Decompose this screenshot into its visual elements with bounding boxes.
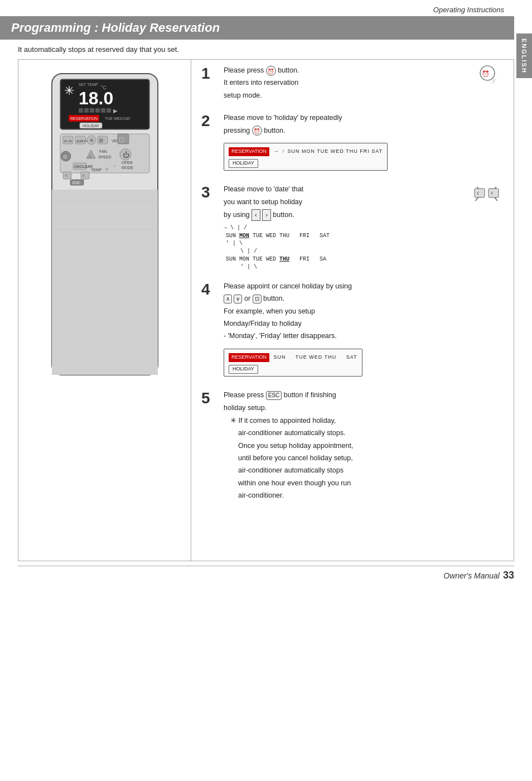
svg-text:TUE WED: TUE WED (105, 117, 123, 120)
svg-text:18.0: 18.0 (79, 88, 113, 108)
right-panel: 1 Please press ⏰ button. ⏰ ☞ It enters i… (191, 60, 514, 561)
svg-text:✳: ✳ (89, 137, 94, 143)
svg-rect-60 (475, 189, 485, 197)
step-5-content: Please press ESC button if finishing hol… (224, 390, 504, 503)
svg-rect-62 (489, 189, 499, 197)
step-4-number: 4 (201, 281, 218, 298)
down-arrow-icon: ∨ (234, 295, 242, 303)
footer-text: Owner's Manual (443, 571, 500, 580)
step-5: 5 Please press ESC button if finishing h… (201, 390, 504, 503)
page-footer: Owner's Manual 33 (18, 566, 514, 585)
up-arrow-icon: ∧ (224, 295, 232, 303)
step-4: 4 Please appoint or cancel holiday by us… (201, 281, 504, 380)
esc-icon: ESC (266, 391, 282, 400)
svg-rect-48 (63, 172, 71, 179)
step-1-number: 1 (201, 65, 218, 83)
svg-text:⊙: ⊙ (63, 154, 67, 160)
svg-text:›: › (491, 189, 493, 197)
svg-text:TEMP: TEMP (91, 168, 102, 172)
svg-text:SAT: SAT (123, 117, 131, 120)
svg-text:°C: °C (101, 85, 107, 90)
subtitle: It automatically stops at reserved day t… (0, 40, 532, 59)
svg-text:OPER: OPER (122, 161, 133, 165)
step1-clock-icon: ⏰ (266, 66, 276, 76)
svg-text:‹: ‹ (65, 172, 67, 179)
svg-line-67 (495, 197, 497, 201)
main-content: ✳ SET TEMP 18.0 °C ▶ RESERVATION TUE WED… (18, 59, 514, 561)
step3-arrow-icon: ‹ › (474, 184, 501, 208)
page-header: Operating Instructions (0, 0, 532, 16)
step-1: 1 Please press ⏰ button. ⏰ ☞ It enters i… (201, 65, 504, 103)
svg-rect-7 (84, 108, 89, 113)
remote-illustration: ✳ SET TEMP 18.0 °C ▶ RESERVATION TUE WED… (35, 68, 175, 380)
right-arrow-btn: › (262, 209, 271, 221)
step-4-content: Please appoint or cancel holiday by usin… (224, 281, 504, 380)
press-hand-icon: ⏰ ☞ (477, 65, 498, 86)
svg-rect-10 (101, 108, 105, 113)
step5-note: ✳ If it comes to appointed holiday, air-… (224, 416, 504, 502)
svg-text:○: ○ (113, 164, 115, 168)
step-2-content: Please move to 'holiday' by repeatedly p… (224, 113, 504, 174)
svg-text:SET TEMP: SET TEMP (79, 83, 98, 86)
step-3-content: Please move to 'date' that ‹ › (224, 184, 504, 271)
step2-display: RESERVATION → ↗ SUN MON TUE WED THU FRI … (224, 139, 504, 174)
svg-text:✳: ✳ (64, 84, 74, 98)
step2-clock-icon: ⏰ (252, 126, 262, 136)
step-3: 3 Please move to 'date' that ‹ › (201, 184, 504, 271)
svg-rect-9 (95, 108, 100, 113)
clear-icon: ⊡ (253, 295, 262, 303)
left-panel: ✳ SET TEMP 18.0 °C ▶ RESERVATION TUE WED… (18, 60, 191, 561)
step3-day-sequences: → \ | / SUN MON TUE WED THU FRI SAT ' | … (224, 224, 504, 271)
svg-text:HOLIDAY: HOLIDAY (83, 124, 100, 128)
svg-text:MODE: MODE (122, 166, 133, 170)
svg-text:▢: ▢ (119, 136, 124, 142)
svg-text:SPEED: SPEED (98, 155, 112, 159)
svg-text:RESERVATION: RESERVATION (70, 117, 98, 120)
svg-text:‹: ‹ (477, 189, 479, 197)
step-1-content: Please press ⏰ button. ⏰ ☞ It enters int… (224, 65, 504, 103)
svg-text:⏻: ⏻ (123, 151, 129, 159)
svg-rect-8 (90, 108, 94, 113)
title-bar: Programming : Holiday Reservation (0, 16, 514, 40)
step-3-number: 3 (201, 184, 218, 201)
svg-text:⏰: ⏰ (482, 70, 490, 78)
step-2: 2 Please move to 'holiday' by repeatedly… (201, 113, 504, 174)
svg-rect-11 (107, 108, 111, 113)
svg-text:FAN: FAN (99, 150, 107, 153)
svg-text:☞: ☞ (489, 76, 497, 86)
svg-text:▶: ▶ (113, 108, 118, 114)
svg-text:⊞: ⊞ (99, 137, 103, 143)
left-arrow-btn: ‹ (252, 209, 260, 221)
page-title: Programming : Holiday Reservation (11, 21, 503, 35)
svg-line-66 (475, 197, 478, 201)
svg-text:OK: OK (74, 165, 80, 168)
step4-display: RESERVATION SUN TUE WED THU SAT HOLIDAY (224, 345, 504, 380)
header-title: Operating Instructions (433, 6, 504, 14)
step-2-number: 2 (201, 113, 218, 130)
svg-text:ESC: ESC (72, 181, 80, 185)
english-side-tab: ENGLISH (516, 33, 532, 78)
page-number: 33 (503, 570, 514, 581)
svg-text:FL AI: FL AI (64, 139, 72, 143)
svg-rect-6 (79, 108, 83, 113)
svg-text:›: › (83, 172, 84, 179)
svg-rect-54 (52, 190, 158, 375)
step-5-number: 5 (201, 390, 218, 407)
